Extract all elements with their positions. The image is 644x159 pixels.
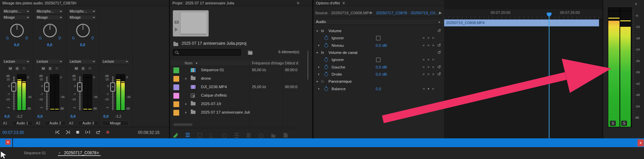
table-row[interactable]: 2025 07 17 anniversaire Juli xyxy=(171,108,300,117)
fader-db-value[interactable]: 0,0 xyxy=(37,114,43,118)
audio-section-header[interactable]: Audio ▲ xyxy=(313,19,444,25)
fader-track[interactable] xyxy=(113,76,113,110)
label-color-chip[interactable] xyxy=(173,67,179,73)
collapse-icon[interactable]: ▲ xyxy=(438,19,441,25)
freeform-view-icon[interactable] xyxy=(209,133,215,138)
collapse-chevron-icon[interactable] xyxy=(316,81,318,82)
fader-db-value[interactable]: 0,0 xyxy=(103,114,108,118)
kf-add-icon[interactable]: ◆ xyxy=(427,35,429,41)
effects-panel-header[interactable]: Options d'effet xyxy=(313,0,444,6)
play-in-out-button[interactable] xyxy=(85,130,90,134)
kf-add-icon[interactable]: ◆ xyxy=(427,64,429,70)
expand-chevron-icon[interactable] xyxy=(185,78,187,80)
pan-knob[interactable] xyxy=(76,24,90,37)
fader-handle[interactable] xyxy=(11,82,16,92)
pan-value[interactable]: 0,0 xyxy=(66,43,99,47)
effect-name[interactable]: Volume de canal xyxy=(328,49,357,56)
track-name[interactable]: Mixage xyxy=(102,121,129,126)
sort-icon[interactable] xyxy=(235,133,239,138)
solo-button[interactable]: S xyxy=(48,66,53,71)
kf-prev-icon[interactable]: ◀ xyxy=(422,71,424,77)
close-button[interactable]: x xyxy=(638,139,644,146)
panel-menu-icon[interactable]: ≡ xyxy=(74,0,77,6)
kf-prev-icon[interactable]: ◀ xyxy=(422,64,424,70)
effect-name[interactable]: Panoramique xyxy=(328,78,352,84)
solo-button[interactable]: S xyxy=(81,66,86,71)
panel-menu-icon[interactable]: ≡ xyxy=(297,0,299,6)
fader-handle[interactable] xyxy=(77,82,82,92)
kf-prev-icon[interactable]: ◀ xyxy=(422,86,424,92)
expand-chevron-icon[interactable] xyxy=(318,66,320,68)
automation-select[interactable]: Lecture xyxy=(68,59,97,64)
source-tab[interactable]: Source · 20250719_C0908.MP4 xyxy=(315,9,371,17)
table-row[interactable]: DJI_0236.MP4 25,00 i/s 00:00:0 xyxy=(171,83,300,92)
tab-close-icon[interactable]: × xyxy=(58,151,61,155)
stopwatch-icon[interactable] xyxy=(324,73,328,76)
loop-button[interactable] xyxy=(96,130,101,134)
record-arm-button[interactable]: R xyxy=(54,66,60,71)
bypass-checkbox[interactable] xyxy=(376,58,380,62)
pan-knob[interactable] xyxy=(43,24,57,37)
param-value[interactable]: 0,0 dB xyxy=(376,71,387,77)
solo-right-button[interactable]: S xyxy=(621,121,627,126)
current-timecode[interactable]: 00:07:23:30 xyxy=(2,130,24,135)
search-input[interactable] xyxy=(180,50,240,55)
stopwatch-icon[interactable] xyxy=(324,87,328,91)
input-select[interactable]: Micropho… xyxy=(68,9,97,14)
kf-next-icon[interactable]: ▶ xyxy=(433,35,435,41)
project-filename[interactable]: 2025 07 17 anniversaire Julia.prproj xyxy=(182,41,247,46)
mute-button[interactable]: M xyxy=(8,66,13,71)
kf-prev-icon[interactable]: ◀ xyxy=(422,42,424,48)
chevron-down-icon[interactable] xyxy=(370,12,372,14)
param-value[interactable]: 0,0 dB xyxy=(376,42,387,48)
mute-button[interactable]: M xyxy=(74,66,79,71)
solo-left-button[interactable]: S xyxy=(610,121,616,126)
kf-add-icon[interactable]: ◆ xyxy=(427,57,429,63)
collapse-chevron-icon[interactable] xyxy=(316,31,318,32)
param-value[interactable]: 0,0 dB xyxy=(376,64,387,70)
solo-button[interactable]: S xyxy=(15,66,20,71)
label-color-chip[interactable] xyxy=(173,84,179,90)
reset-button[interactable]: ↺ xyxy=(437,71,441,77)
label-color-chip[interactable] xyxy=(173,76,179,82)
track-name[interactable]: Audio 1 xyxy=(12,121,33,126)
column-start[interactable]: Début d xyxy=(285,61,298,65)
playhead-line[interactable] xyxy=(549,13,549,138)
new-bin-icon[interactable] xyxy=(271,133,275,138)
project-panel-header[interactable]: Projet : 2025 07 17 anniversaire Julia xyxy=(170,0,312,6)
kf-next-icon[interactable]: ▶ xyxy=(433,42,435,48)
horizontal-scrollbar[interactable] xyxy=(173,123,192,126)
mute-button[interactable]: M xyxy=(41,66,46,71)
label-color-chip[interactable] xyxy=(173,93,179,99)
reset-button[interactable]: ↺ xyxy=(437,42,441,48)
effect-name[interactable]: Volume xyxy=(328,28,341,34)
stopwatch-icon[interactable] xyxy=(324,44,328,47)
table-row[interactable]: 2025-07-19 xyxy=(171,100,300,108)
fader-track[interactable] xyxy=(80,76,80,110)
list-view-icon[interactable] xyxy=(186,133,190,138)
find-icon[interactable] xyxy=(259,134,263,138)
timeline-clip[interactable]: 20250719_C0908.MP4 xyxy=(444,19,599,26)
new-item-icon[interactable] xyxy=(284,133,288,138)
fader-handle[interactable] xyxy=(110,82,115,92)
expand-chevron-icon[interactable] xyxy=(185,103,187,105)
pan-knob[interactable] xyxy=(10,24,24,37)
input-select[interactable]: Micropho… xyxy=(35,9,64,14)
track-name[interactable]: Audio 3 xyxy=(78,121,99,126)
icon-view-icon[interactable] xyxy=(198,133,202,138)
automate-sequence-icon[interactable] xyxy=(247,133,251,138)
stopwatch-icon[interactable] xyxy=(324,58,328,62)
goto-in-button[interactable] xyxy=(55,130,60,134)
table-row[interactable]: drone xyxy=(171,75,300,83)
record-arm-button[interactable]: R xyxy=(21,66,27,71)
vertical-scrollbar[interactable] xyxy=(307,51,308,80)
label-color-chip[interactable] xyxy=(173,110,179,116)
sort-chevron-icon[interactable] xyxy=(196,63,198,64)
record-arm-button[interactable]: R xyxy=(87,66,92,71)
kf-prev-icon[interactable]: ◀ xyxy=(422,35,424,41)
pan-value[interactable]: 0,0 xyxy=(0,43,33,47)
close-button[interactable]: x xyxy=(5,140,11,145)
kf-next-icon[interactable]: ▶ xyxy=(433,64,435,70)
record-button[interactable] xyxy=(106,130,110,134)
reset-button[interactable]: ↺ xyxy=(437,49,441,56)
